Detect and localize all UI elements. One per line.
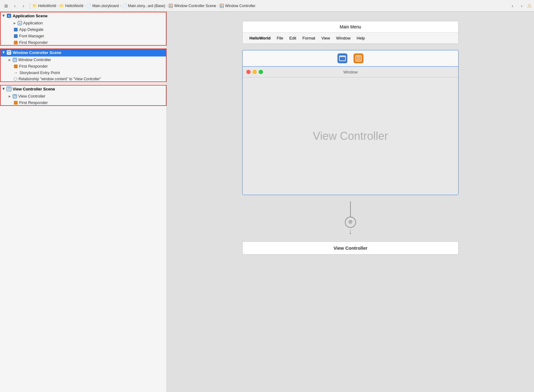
relationship-icon <box>14 77 17 81</box>
first-responder-app-item[interactable]: First Responder <box>0 39 167 46</box>
first-responder-wc-label: First Responder <box>19 64 48 69</box>
application-scene-label: Application Scene <box>13 14 48 18</box>
application-scene-header[interactable]: ▶ A Application Scene <box>0 12 167 20</box>
grid-icon[interactable]: ⊞ <box>2 2 10 10</box>
app-delegate-item[interactable]: App Delegate <box>0 26 167 33</box>
traffic-lights <box>246 70 263 74</box>
view-controller-label: View Controller <box>18 94 45 98</box>
breadcrumb-label: HelloWorld <box>38 4 56 8</box>
breadcrumb-main-storyboard[interactable]: 📄 Main.storyboard <box>87 4 119 8</box>
window-controller-scene-group: ▶ Window Controller Scene ▶ Window Contr… <box>0 48 167 82</box>
main-content: ▶ A Application Scene ▶ A Application <box>0 12 534 392</box>
view-controller-item[interactable]: ▶ View Controller <box>0 93 167 99</box>
first-responder-app-label: First Responder <box>19 40 48 45</box>
svg-rect-17 <box>8 89 10 90</box>
menu-item-helloworld[interactable]: HelloWorld <box>246 35 273 42</box>
view-controller-icon <box>13 94 17 98</box>
window-ctrl-icon: 🪟 <box>220 4 224 8</box>
view-controller-scene-header[interactable]: ▶ View Controller Scene <box>0 85 167 93</box>
font-manager-icon <box>14 34 18 38</box>
menu-item-help[interactable]: Help <box>354 35 368 42</box>
first-responder-app-icon <box>14 40 18 45</box>
expand-arrow-vc: ▶ <box>2 88 5 90</box>
menu-item-edit[interactable]: Edit <box>286 35 299 42</box>
menu-item-file[interactable]: File <box>273 35 286 42</box>
window-controller-item[interactable]: ▶ Window Controller <box>0 56 167 63</box>
app-scene-icon: A <box>6 13 11 18</box>
storyboard-entry-label: Storyboard Entry Point <box>19 70 60 75</box>
wc-blue-icon <box>337 53 347 63</box>
view-controller-scene-group: ▶ View Controller Scene ▶ View Controlle… <box>0 85 167 106</box>
vc-bottom-bar: View Controller <box>242 241 459 255</box>
menu-item-window[interactable]: Window <box>333 35 354 42</box>
storyboard-icon: 📄 <box>87 4 91 8</box>
window-controller-scene-header[interactable]: ▶ Window Controller Scene <box>0 48 167 56</box>
breadcrumb-label-3: Main.storyboard <box>92 4 119 8</box>
svg-rect-21 <box>14 101 18 105</box>
svg-rect-26 <box>357 58 360 60</box>
svg-rect-9 <box>7 52 11 54</box>
breadcrumb-helloworld-folder[interactable]: 📁 HelloWorld <box>32 4 56 8</box>
navigator-panel: ▶ A Application Scene ▶ A Application <box>0 12 167 392</box>
application-scene-group: ▶ A Application Scene ▶ A Application <box>0 12 167 46</box>
expand-arrow-wc: ▶ <box>2 52 5 54</box>
first-responder-vc-item[interactable]: First Responder <box>0 99 167 106</box>
wc-top-bar <box>242 50 459 67</box>
storyboard-base-icon: 📄 <box>122 4 127 8</box>
svg-rect-19 <box>14 95 16 96</box>
first-responder-vc-icon <box>14 101 18 105</box>
breadcrumb-helloworld-group[interactable]: 📁 HelloWorld <box>60 4 83 8</box>
breadcrumb-label-6: Window Controller <box>225 4 256 8</box>
first-responder-wc-item[interactable]: First Responder <box>0 63 167 69</box>
svg-rect-12 <box>14 60 16 61</box>
svg-text:A: A <box>8 15 10 17</box>
folder-icon: 📁 <box>32 4 37 8</box>
divider-1 <box>0 47 167 47</box>
font-manager-item[interactable]: Font Manager <box>0 33 167 39</box>
menu-item-format[interactable]: Format <box>299 35 318 42</box>
svg-rect-11 <box>14 59 16 59</box>
svg-rect-20 <box>14 96 16 98</box>
nav-right-button[interactable]: › <box>518 2 525 10</box>
connector: ↓ <box>345 201 356 235</box>
window-controller-scene-label: Window Controller Scene <box>13 50 61 55</box>
breadcrumb-sep-5: › <box>217 4 218 7</box>
connector-circle <box>345 217 356 228</box>
nav-left-button[interactable]: ‹ <box>509 2 516 10</box>
back-button[interactable]: ‹ <box>11 2 19 10</box>
svg-rect-8 <box>7 51 11 52</box>
forward-button[interactable]: › <box>20 2 27 10</box>
menu-bar-widget: Main Menu HelloWorld File Edit Format Vi… <box>242 21 459 44</box>
separator <box>30 3 30 9</box>
menu-item-view[interactable]: View <box>318 35 333 42</box>
connector-arrow: ↓ <box>349 228 352 235</box>
first-responder-wc-icon <box>14 64 18 69</box>
app-delegate-icon <box>14 27 18 32</box>
folder-icon-2: 📁 <box>60 4 64 8</box>
fullscreen-button[interactable] <box>259 70 263 74</box>
svg-rect-23 <box>339 56 345 57</box>
wc-arrow: ▶ <box>9 58 11 61</box>
connector-line-top <box>350 201 351 217</box>
svg-rect-4 <box>14 28 18 31</box>
svg-rect-5 <box>14 34 18 38</box>
application-item[interactable]: ▶ A Application <box>0 20 167 26</box>
window-content: View Controller <box>243 77 458 195</box>
breadcrumb-window-controller[interactable]: 🪟 Window Controller <box>220 4 256 8</box>
breadcrumb: 📁 HelloWorld › 📁 HelloWorld › 📄 Main.sto… <box>32 4 256 8</box>
window-controller-area: Window View Controller <box>242 50 459 195</box>
breadcrumb-sep-3: › <box>120 4 121 7</box>
breadcrumb-window-controller-scene[interactable]: 🪟 Window Controller Scene <box>169 4 216 8</box>
breadcrumb-label-5: Window Controller Scene <box>174 4 216 8</box>
svg-rect-13 <box>14 65 18 68</box>
window-controller-icon <box>13 58 17 62</box>
relationship-item[interactable]: Relationship "window content" to "View C… <box>0 76 167 82</box>
wc-scene-icon <box>6 50 11 55</box>
close-button[interactable] <box>246 70 251 74</box>
svg-rect-25 <box>357 56 360 57</box>
vc-arrow: ▶ <box>9 95 11 98</box>
storyboard-entry-item[interactable]: → Storyboard Entry Point <box>0 69 167 76</box>
breadcrumb-main-storyboard-base[interactable]: 📄 Main.story...ard (Base) <box>122 4 165 8</box>
window-controller-label: Window Controller <box>18 57 51 62</box>
minimize-button[interactable] <box>252 70 257 74</box>
